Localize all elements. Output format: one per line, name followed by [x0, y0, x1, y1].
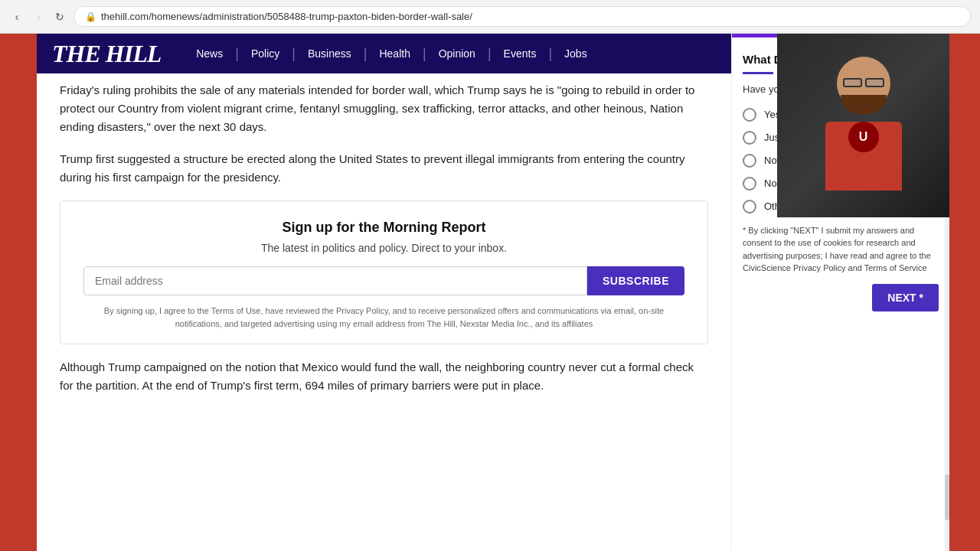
right-margin [949, 34, 980, 551]
forward-button[interactable]: › [31, 9, 46, 24]
nav-item-jobs[interactable]: Jobs [552, 34, 599, 73]
page-wrapper: THE HILL News | Policy | Business | Heal… [0, 34, 980, 551]
browser-chrome: ‹ › ↻ 🔒 thehill.com/homenews/administrat… [0, 0, 980, 34]
nav-item-opinion[interactable]: Opinion [426, 34, 488, 73]
left-margin [0, 34, 37, 551]
lock-icon: 🔒 [85, 11, 96, 22]
radio-button-1[interactable] [743, 108, 756, 122]
nav-item-health[interactable]: Health [367, 34, 422, 73]
back-button[interactable]: ‹ [9, 9, 24, 24]
url-text: thehill.com/homenews/administration/5058… [101, 11, 472, 22]
article-paragraph-1: Friday's ruling prohibits the sale of an… [60, 81, 708, 136]
poll-next-button[interactable]: NEXT * [872, 284, 939, 311]
nav-item-events[interactable]: Events [492, 34, 549, 73]
poll-disclaimer: * By clicking "NEXT" I submit my answers… [743, 224, 939, 275]
person-head [837, 57, 890, 110]
site-logo[interactable]: THE HILL [52, 40, 161, 68]
video-overlay: U [777, 34, 949, 217]
nav-bar: THE HILL News | Policy | Business | Heal… [37, 34, 731, 73]
address-bar[interactable]: 🔒 thehill.com/homenews/administration/50… [74, 6, 971, 27]
right-sidebar: What Do Yo Have you e board for a and / … [731, 34, 949, 551]
radio-button-3[interactable] [743, 154, 756, 168]
nav-item-policy[interactable]: Policy [239, 34, 292, 73]
radio-button-2[interactable] [743, 131, 756, 145]
shirt-logo: U [848, 122, 879, 152]
content-area: THE HILL News | Policy | Business | Heal… [37, 34, 731, 551]
article-paragraph-3: Although Trump campaigned on the notion … [60, 358, 708, 395]
article-paragraph-2: Trump first suggested a structure be ere… [60, 150, 708, 187]
signup-disclaimer: By signing up, I agree to the Terms of U… [83, 305, 684, 330]
person-beard [841, 95, 887, 114]
person-figure: U [810, 57, 917, 194]
poll-underline [743, 72, 773, 74]
email-input[interactable] [83, 266, 587, 295]
nav-item-business[interactable]: Business [296, 34, 364, 73]
radio-button-4[interactable] [743, 177, 756, 191]
article-body: Friday's ruling prohibits the sale of an… [37, 73, 731, 551]
signup-subtitle: The latest in politics and policy. Direc… [83, 242, 684, 254]
subscribe-button[interactable]: SUBSCRIBE [587, 266, 684, 295]
signup-form: SUBSCRIBE [83, 266, 684, 295]
nav-item-news[interactable]: News [184, 34, 235, 73]
refresh-button[interactable]: ↻ [52, 9, 67, 24]
signup-box: Sign up for the Morning Report The lates… [60, 201, 708, 344]
person-glasses [843, 78, 884, 87]
glass-frame-right [865, 78, 884, 87]
person-body: U [825, 122, 902, 191]
glass-frame-left [843, 78, 862, 87]
nav-items: News | Policy | Business | Health | Opin… [184, 34, 599, 73]
signup-title: Sign up for the Morning Report [83, 220, 684, 236]
radio-button-5[interactable] [743, 200, 756, 214]
video-person: U [777, 34, 949, 217]
scrollbar-thumb [945, 474, 949, 520]
